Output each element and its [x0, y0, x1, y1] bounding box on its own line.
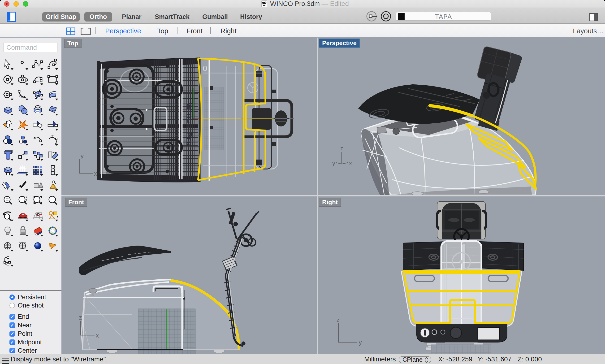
svg-text:z: z — [340, 145, 343, 152]
svg-text:y: y — [332, 160, 335, 166]
svg-text:z: z — [336, 316, 340, 323]
svg-text:y: y — [359, 339, 362, 346]
svg-text:z: z — [79, 314, 82, 321]
svg-text:x: x — [94, 170, 97, 177]
svg-text:x: x — [96, 332, 99, 339]
svg-text:0: 0 — [203, 64, 207, 73]
svg-text:y: y — [81, 153, 84, 159]
svg-text:x: x — [349, 160, 352, 166]
